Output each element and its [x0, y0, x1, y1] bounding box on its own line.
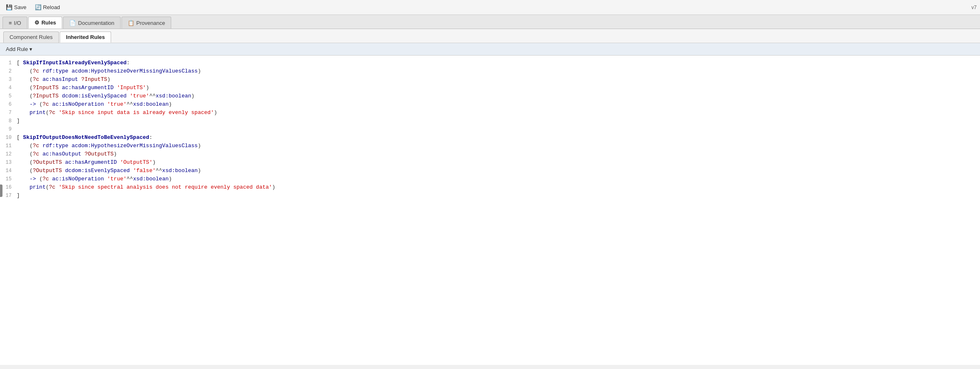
tab-rules[interactable]: ⚙ Rules — [28, 17, 62, 29]
tab-provenance-label: Provenance — [136, 20, 165, 26]
add-rule-dropdown-icon: ▾ — [29, 46, 32, 52]
line-content: (?c rdf:type acdom:HypothesizeOverMissin… — [17, 67, 980, 75]
line-content: [ SkipIfOutputDoesNotNeedToBeEvenlySpace… — [17, 134, 980, 142]
tab-component-rules[interactable]: Component Rules — [3, 32, 59, 43]
line-content: (?c ac:hasInput ?InputTS) — [17, 75, 980, 84]
save-label: Save — [14, 4, 27, 10]
code-line: 5 (?InputTS dcdom:isEvenlySpaced 'true'^… — [0, 92, 980, 100]
tab-rules-label: Rules — [41, 19, 56, 26]
line-content: (?InputTS dcdom:isEvenlySpaced 'true'^^x… — [17, 92, 980, 100]
reload-label: Reload — [43, 4, 60, 10]
content-area: Component Rules Inherited Rules Add Rule… — [0, 29, 980, 365]
add-rule-label: Add Rule — [6, 46, 28, 52]
code-line: 9 — [0, 125, 980, 134]
line-number: 4 — [0, 84, 17, 92]
line-content: [ SkipIfInputIsAlreadyEvenlySpaced: — [17, 59, 980, 67]
code-line: 13 (?OutputTS ac:hasArgumentID 'OutputTS… — [0, 158, 980, 167]
line-number: 15 — [0, 175, 17, 183]
sub-tabs: Component Rules Inherited Rules — [0, 29, 980, 43]
line-content: print(?c 'Skip since input data is alrea… — [17, 109, 980, 117]
tab-component-rules-label: Component Rules — [10, 34, 53, 40]
line-number: 1 — [0, 59, 17, 67]
line-content: -> (?c ac:isNoOperation 'true'^^xsd:bool… — [17, 100, 980, 109]
tab-io-label: I/O — [14, 20, 21, 26]
code-line: 8] — [0, 117, 980, 125]
tab-io[interactable]: ≡ I/O — [2, 17, 27, 29]
line-number: 11 — [0, 142, 17, 150]
code-line: 11 (?c rdf:type acdom:HypothesizeOverMis… — [0, 142, 980, 150]
code-line: 6 -> (?c ac:isNoOperation 'true'^^xsd:bo… — [0, 100, 980, 109]
line-number: 17 — [0, 192, 17, 200]
line-number: 3 — [0, 75, 17, 84]
code-line: 15 -> (?c ac:isNoOperation 'true'^^xsd:b… — [0, 175, 980, 183]
line-number: 12 — [0, 150, 17, 158]
code-line: 4 (?InputTS ac:hasArgumentID 'InputTS') — [0, 84, 980, 92]
add-rule-bar: Add Rule ▾ — [0, 43, 980, 56]
line-content: (?InputTS ac:hasArgumentID 'InputTS') — [17, 84, 980, 92]
line-number: 7 — [0, 109, 17, 117]
line-number: 14 — [0, 167, 17, 175]
line-number: 9 — [0, 125, 17, 134]
save-icon: 💾 — [6, 4, 12, 10]
code-line: 14 (?OutputTS dcdom:isEvenlySpaced 'fals… — [0, 167, 980, 175]
code-line: 2 (?c rdf:type acdom:HypothesizeOverMiss… — [0, 67, 980, 75]
line-number: 8 — [0, 117, 17, 125]
code-line: 1[ SkipIfInputIsAlreadyEvenlySpaced: — [0, 59, 980, 67]
tab-provenance[interactable]: 📋 Provenance — [121, 17, 171, 29]
code-line: 3 (?c ac:hasInput ?InputTS) — [0, 75, 980, 84]
line-number: 2 — [0, 67, 17, 75]
io-icon: ≡ — [9, 20, 12, 26]
tab-documentation[interactable]: 📄 Documentation — [63, 17, 120, 29]
main-tabs: ≡ I/O ⚙ Rules 📄 Documentation 📋 Provenan… — [0, 15, 980, 29]
tab-inherited-rules-label: Inherited Rules — [66, 34, 105, 40]
line-content: -> (?c ac:isNoOperation 'true'^^xsd:bool… — [17, 175, 980, 183]
line-content: (?OutputTS dcdom:isEvenlySpaced 'false'^… — [17, 167, 980, 175]
provenance-icon: 📋 — [128, 20, 134, 26]
documentation-icon: 📄 — [69, 20, 76, 26]
left-scroll-indicator — [0, 184, 2, 197]
line-number: 13 — [0, 158, 17, 167]
toolbar: 💾 Save 🔄 Reload v7 — [0, 0, 980, 15]
line-content: (?c ac:hasOutput ?OutputTS) — [17, 150, 980, 158]
line-number: 5 — [0, 92, 17, 100]
code-area[interactable]: 1[ SkipIfInputIsAlreadyEvenlySpaced:2 (?… — [0, 56, 980, 365]
reload-button[interactable]: 🔄 Reload — [32, 3, 63, 11]
code-line: 12 (?c ac:hasOutput ?OutputTS) — [0, 150, 980, 158]
line-number: 16 — [0, 183, 17, 192]
tab-documentation-label: Documentation — [78, 20, 114, 26]
line-content: (?OutputTS ac:hasArgumentID 'OutputTS') — [17, 158, 980, 167]
reload-icon: 🔄 — [35, 4, 41, 10]
add-rule-button[interactable]: Add Rule ▾ — [4, 45, 34, 53]
save-button[interactable]: 💾 Save — [3, 3, 29, 11]
code-line: 10[ SkipIfOutputDoesNotNeedToBeEvenlySpa… — [0, 134, 980, 142]
code-line: 7 print(?c 'Skip since input data is alr… — [0, 109, 980, 117]
line-number: 6 — [0, 100, 17, 109]
line-number: 10 — [0, 134, 17, 142]
line-content: ] — [17, 192, 980, 200]
code-line: 17] — [0, 192, 980, 200]
line-content: (?c rdf:type acdom:HypothesizeOverMissin… — [17, 142, 980, 150]
line-content: print(?c 'Skip since spectral analysis d… — [17, 183, 980, 192]
line-content: ] — [17, 117, 980, 125]
code-line: 16 print(?c 'Skip since spectral analysi… — [0, 183, 980, 192]
tab-inherited-rules[interactable]: Inherited Rules — [60, 32, 111, 43]
version-label: v7 — [971, 5, 977, 10]
rules-icon: ⚙ — [34, 19, 39, 26]
